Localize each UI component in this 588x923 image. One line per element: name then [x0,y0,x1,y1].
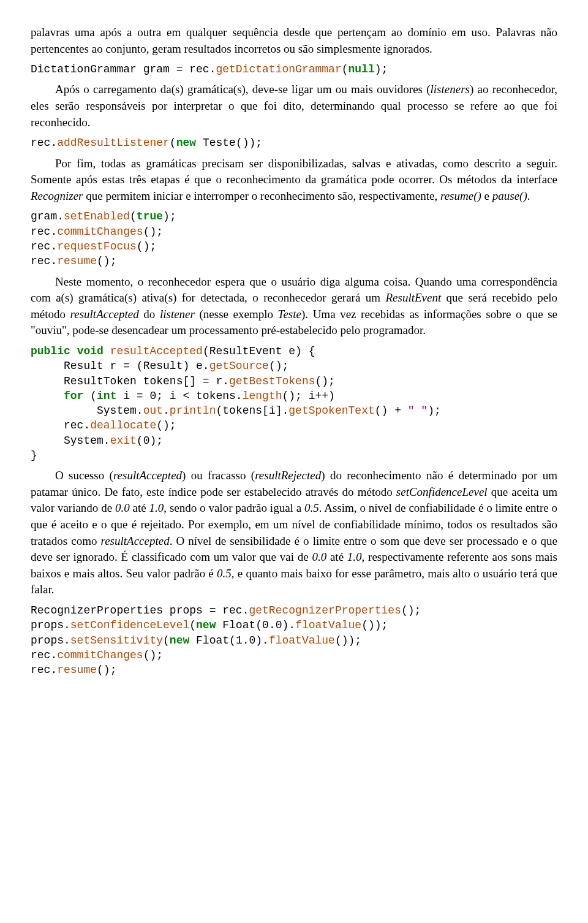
code-text: RecognizerProperties props = rec. [31,604,249,617]
code-text: Teste()); [196,137,262,149]
code-text: ( [130,210,137,222]
code-keyword: public [31,345,70,357]
code-text: ()); [335,634,361,647]
paragraph-4: Neste momento, o reconhecedor espera que… [31,274,557,339]
code-method: setConfidenceLevel [70,619,189,631]
text: ) ou fracasso ( [182,469,255,482]
italic-text: Teste [278,308,301,321]
code-block-4: public void resultAccepted(ResultEvent e… [31,344,557,463]
italic-text: resultAccepted [70,308,139,321]
code-method: resultAccepted [110,345,203,357]
code-text: rec. [31,240,57,253]
code-method: floatValue [295,619,361,631]
code-text: rec. [31,664,57,676]
code-text: (); [315,375,335,387]
text: Após o carregamento da(s) gramática(s), … [55,83,431,96]
code-text: ); [163,210,176,222]
code-text: i = 0; i < tokens. [116,390,242,402]
text: e [481,189,492,202]
code-text: Float(0.0). [216,619,295,631]
code-method: println [170,405,216,417]
code-text: ); [428,405,441,417]
code-text: ()); [361,619,388,631]
code-text: ( [163,634,170,647]
code-text: ( [170,137,176,149]
italic-text: 1.0 [149,501,164,514]
code-method: requestFocus [57,240,137,253]
code-keyword: for [64,390,83,402]
code-text: (); [401,604,421,617]
code-method: deallocate [90,419,156,431]
code-method: getBestTokens [229,375,315,387]
code-block-1: DictationGrammar gram = rec.getDictation… [31,62,557,77]
code-text [70,345,77,357]
paragraph-1: palavras uma após a outra em qualquer se… [31,25,557,57]
code-method: exit [110,435,137,447]
italic-text: 1.0 [347,550,362,563]
code-method: setSensitivity [70,634,163,647]
code-text: props. [31,619,70,631]
code-text: } [31,449,37,462]
text: (nesse exemplo [195,308,278,321]
text: até [326,550,347,563]
italic-text: 0.0 [312,550,326,563]
italic-text: resultAccepted [100,534,169,547]
italic-text: ResultEvent [385,291,441,304]
italic-text: resultAccepted [113,469,182,482]
code-keyword: new [196,619,216,631]
paragraph-3: Por fim, todas as gramáticas precisam se… [31,156,557,205]
paragraph-2: Após o carregamento da(s) gramática(s), … [31,82,557,131]
code-method: commitChanges [57,226,143,238]
code-method: commitChanges [57,649,143,661]
code-keyword: int [97,390,116,402]
code-text: () + [375,405,408,417]
code-text [31,390,64,402]
code-method: getRecognizerProperties [249,604,401,617]
italic-text: listeners [431,83,470,96]
code-text: (); [143,226,163,238]
text: que permitem iniciar e interromper o rec… [83,189,440,202]
code-text [104,345,110,357]
italic-text: pause() [492,189,527,202]
code-text: (); [97,255,116,267]
code-keyword: null [349,63,375,75]
code-text: rec. [31,255,57,267]
code-text: ( [342,63,349,75]
code-method: setEnabled [64,210,130,222]
code-string: " " [408,405,428,417]
code-text: System. [31,405,143,417]
code-keyword: new [176,137,196,149]
code-text: (); [156,419,176,431]
code-text: ( [189,619,196,631]
italic-text: resultRejected [255,469,321,482]
code-text: props. [31,634,70,647]
code-text: (); [269,360,288,372]
code-text: (); [97,664,116,676]
code-text: rec. [31,137,57,149]
code-text: Float(1.0). [189,634,269,647]
code-method: length [243,390,282,402]
code-method: getDictationGrammar [216,63,341,75]
text: Por fim, todas as gramáticas precisam se… [31,157,557,186]
italic-text: setConfidenceLevel [396,485,488,498]
italic-text: 0.5 [304,501,319,514]
code-method: resume [57,255,97,267]
code-block-3: gram.setEnabled(true); rec.commitChanges… [31,209,557,268]
text: , sendo o valor padrão igual a [164,501,304,514]
italic-text: listener [160,308,195,321]
code-text: rec. [31,649,57,661]
code-keyword: void [77,345,104,357]
italic-text: 0.5 [217,567,232,580]
text: até [130,501,149,514]
code-block-5: RecognizerProperties props = rec.getReco… [31,603,557,677]
code-method: addResultListener [57,137,170,149]
code-text: . [163,405,170,417]
italic-text: 0.0 [115,501,130,514]
code-method: out [143,405,163,417]
text: . [527,189,530,202]
code-text: DictationGrammar gram = rec. [31,63,216,75]
code-text: (0); [137,435,163,447]
text: do [139,308,160,321]
code-text: gram. [31,210,64,222]
code-block-2: rec.addResultListener(new Teste()); [31,135,557,150]
